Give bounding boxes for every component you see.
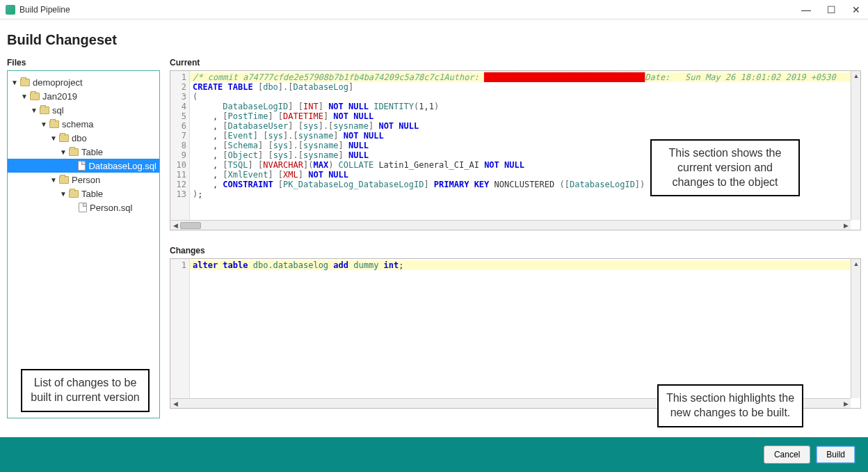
- line-number: 1: [170, 260, 189, 270]
- line-number: 4: [170, 102, 189, 111]
- line-number: 10: [170, 160, 189, 170]
- maximize-button[interactable]: ☐: [825, 4, 837, 15]
- tree-folder[interactable]: ▼dbo: [8, 131, 159, 145]
- scroll-right-icon[interactable]: ▶: [841, 221, 851, 230]
- titlebar: Build Pipeline — ☐ ✕: [0, 0, 868, 19]
- tree-file[interactable]: DatabaseLog.sql: [8, 159, 159, 173]
- code-line[interactable]: DatabaseLogID] [INT] NOT NULL IDENTITY(1…: [190, 102, 851, 111]
- tree-folder[interactable]: ▼schema: [8, 117, 159, 131]
- tree-folder[interactable]: ▼Jan2019: [8, 89, 159, 103]
- code-line[interactable]: alter table dbo.databaselog add dummy in…: [190, 260, 851, 270]
- line-number: 1: [170, 72, 189, 82]
- folder-icon: [20, 79, 30, 86]
- files-tree[interactable]: ▼demoproject▼Jan2019▼sql▼schema▼dbo▼Tabl…: [7, 70, 160, 418]
- scroll-up-icon[interactable]: ▲: [851, 259, 861, 269]
- file-icon: [78, 161, 86, 171]
- line-number: 8: [170, 141, 189, 150]
- tree-item-label: demoproject: [33, 77, 83, 88]
- code-line[interactable]: CREATE TABLE [dbo].[DatabaseLog]: [190, 82, 851, 92]
- tree-item-label: sql: [52, 105, 64, 116]
- scroll-right-icon[interactable]: ▶: [841, 399, 851, 409]
- tree-folder[interactable]: ▼Person: [8, 173, 159, 187]
- expand-caret-icon[interactable]: ▼: [49, 134, 58, 142]
- build-button[interactable]: Build: [816, 446, 855, 464]
- tree-item-label: dbo: [72, 133, 87, 143]
- close-button[interactable]: ✕: [850, 4, 862, 15]
- expand-caret-icon[interactable]: ▼: [49, 176, 58, 184]
- files-label: Files: [7, 58, 160, 68]
- tree-item-label: Table: [81, 189, 103, 199]
- code-line[interactable]: /* commit a74777cfde2e57908b7b1fb4ba7420…: [190, 72, 851, 82]
- tree-item-label: schema: [62, 119, 94, 129]
- hscrollbar[interactable]: ◀ ▶: [170, 220, 851, 230]
- folder-icon: [49, 120, 59, 128]
- scroll-up-icon[interactable]: ▲: [851, 71, 861, 81]
- line-number: 3: [170, 92, 189, 102]
- current-label: Current: [170, 58, 861, 68]
- tree-file[interactable]: Person.sql: [8, 200, 159, 214]
- tree-item-label: Person.sql: [90, 203, 132, 213]
- tree-item-label: DatabaseLog.sql: [88, 161, 156, 171]
- file-icon: [79, 203, 87, 212]
- line-number: 12: [170, 180, 189, 189]
- window-controls: — ☐ ✕: [800, 4, 862, 15]
- annotation-changes: This section highlights the new changes …: [657, 384, 803, 427]
- scroll-left-icon[interactable]: ◀: [170, 399, 180, 409]
- expand-caret-icon[interactable]: ▼: [40, 120, 48, 128]
- tree-folder[interactable]: ▼demoproject: [8, 75, 159, 89]
- scroll-thumb[interactable]: [180, 222, 201, 229]
- expand-caret-icon[interactable]: ▼: [59, 148, 67, 156]
- window-title: Build Pipeline: [19, 5, 800, 15]
- tree-folder[interactable]: ▼Table: [8, 145, 159, 159]
- changes-label: Changes: [170, 246, 861, 255]
- tree-folder[interactable]: ▼Table: [8, 187, 159, 200]
- expand-caret-icon[interactable]: ▼: [30, 107, 38, 114]
- tree-item-label: Jan2019: [42, 91, 77, 102]
- cancel-button[interactable]: Cancel: [764, 446, 810, 464]
- page-title: Build Changeset: [0, 19, 868, 58]
- annotation-files: List of changes to be built in current v…: [21, 369, 150, 412]
- folder-icon: [59, 176, 69, 184]
- code-line[interactable]: , [PostTime] [DATETIME] NOT NULL: [190, 111, 851, 121]
- line-number: 9: [170, 150, 189, 160]
- folder-icon: [30, 93, 40, 100]
- line-number: 11: [170, 170, 189, 180]
- folder-icon: [69, 148, 79, 156]
- tree-item-label: Table: [81, 147, 103, 157]
- annotation-current: This section shows the current version a…: [650, 139, 800, 196]
- scroll-left-icon[interactable]: ◀: [170, 221, 180, 230]
- expand-caret-icon[interactable]: ▼: [59, 190, 67, 198]
- vscrollbar[interactable]: ▲: [851, 71, 860, 220]
- folder-icon: [69, 190, 79, 198]
- footer: Cancel Build: [0, 437, 868, 472]
- folder-icon: [59, 134, 69, 142]
- tree-folder[interactable]: ▼sql: [8, 103, 159, 117]
- app-icon: [6, 5, 15, 15]
- code-line[interactable]: , [DatabaseUser] [sys].[sysname] NOT NUL…: [190, 121, 851, 131]
- tree-item-label: Person: [72, 175, 100, 185]
- expand-caret-icon[interactable]: ▼: [20, 93, 29, 100]
- code-line[interactable]: (: [190, 92, 851, 102]
- line-number: 7: [170, 131, 189, 141]
- folder-icon: [40, 107, 49, 114]
- line-number: 5: [170, 111, 189, 121]
- line-number: 6: [170, 121, 189, 131]
- minimize-button[interactable]: —: [800, 4, 812, 15]
- line-number: 2: [170, 82, 189, 92]
- expand-caret-icon[interactable]: ▼: [10, 79, 19, 86]
- vscrollbar[interactable]: ▲: [851, 259, 860, 398]
- line-number: 13: [170, 189, 189, 199]
